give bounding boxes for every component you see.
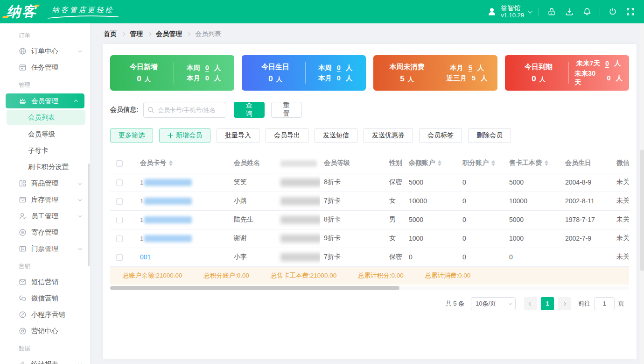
miniprogram-icon bbox=[19, 311, 27, 319]
column-header-card-number[interactable]: 会员卡号 bbox=[129, 153, 215, 173]
sort-icon[interactable] bbox=[169, 160, 173, 166]
stat-value: 0 bbox=[137, 74, 141, 83]
delete-member-button[interactable]: 删除会员 bbox=[468, 128, 511, 143]
stat-link-value[interactable]: 5 bbox=[472, 74, 476, 82]
logo-text: 纳客 bbox=[7, 4, 37, 20]
sidebar-subitem-parent-child-card[interactable]: 子母卡 bbox=[0, 143, 90, 159]
stat-link-value[interactable]: 0 bbox=[205, 64, 209, 71]
sidebar-item-deposit-management[interactable]: 寄 寄存管理 bbox=[0, 224, 90, 241]
sidebar-subitem-member-level[interactable]: 会员等级 bbox=[0, 126, 90, 143]
column-header-member-name: 会员姓名 bbox=[215, 153, 271, 173]
column-header-card-fee[interactable]: 售卡工本费 bbox=[505, 153, 561, 173]
member-balance: 1000 bbox=[405, 229, 459, 248]
member-tags-button[interactable]: 会员标签 bbox=[419, 128, 462, 143]
chevron-down-icon bbox=[508, 301, 512, 305]
sidebar-item-goods-management[interactable]: 商品管理 bbox=[0, 175, 90, 192]
stat-link-value[interactable]: 0 bbox=[605, 60, 609, 67]
row-checkbox[interactable] bbox=[116, 198, 123, 205]
stat-link-value[interactable]: 0 bbox=[337, 64, 341, 71]
table-row: 1 谢谢 9折卡 女 1000 0 1000 2002-7-9 未关注 bbox=[110, 229, 629, 248]
chevron-down-icon bbox=[78, 214, 82, 217]
column-header-wechat: 微信 bbox=[613, 153, 629, 173]
breadcrumb-separator-icon bbox=[121, 32, 125, 36]
stat-link-value[interactable]: 5 bbox=[469, 64, 472, 71]
member-balance: 5000 bbox=[405, 173, 459, 192]
sort-icon[interactable] bbox=[491, 160, 495, 166]
notifications-button[interactable] bbox=[582, 7, 592, 17]
breadcrumb-member-list: 会员列表 bbox=[195, 30, 221, 38]
sidebar-scrollbar[interactable] bbox=[88, 164, 90, 266]
breadcrumb-management[interactable]: 管理 bbox=[130, 30, 143, 38]
sidebar-item-sms-marketing[interactable]: 短信营销 bbox=[0, 274, 90, 290]
column-header-balance[interactable]: 余额账户 bbox=[405, 153, 459, 173]
more-filters-button[interactable]: 更多筛选 bbox=[110, 128, 153, 143]
send-coupon-button[interactable]: 发送优惠券 bbox=[364, 128, 413, 143]
user-icon bbox=[487, 7, 497, 17]
power-icon bbox=[608, 7, 617, 16]
member-birthday: 2002-8-11 bbox=[561, 192, 613, 210]
blurred-card-number bbox=[144, 216, 192, 223]
sidebar-item-member-management[interactable]: 会员管理 bbox=[6, 93, 84, 108]
stat-title: 本周未消费 bbox=[383, 63, 431, 71]
row-checkbox[interactable] bbox=[116, 254, 123, 261]
fullscreen-button[interactable] bbox=[625, 7, 636, 17]
summary-total-card-fee: 总售卡工本费:21000.00 bbox=[271, 271, 336, 280]
member-table: 会员卡号 会员姓名 会员等级 性别 余额账户 积分账户 售卡工 bbox=[110, 153, 629, 267]
batch-import-button[interactable]: 批量导入 bbox=[217, 128, 259, 143]
page-size-select[interactable]: 10条/页 bbox=[471, 297, 516, 310]
row-checkbox[interactable] bbox=[116, 236, 123, 242]
sidebar-item-miniprogram-marketing[interactable]: 小程序营销 bbox=[0, 307, 90, 323]
breadcrumb-member-management[interactable]: 会员管理 bbox=[156, 30, 182, 38]
sidebar-item-staff-management[interactable]: 员工管理 bbox=[0, 208, 90, 224]
table-row: 1 笑笑 8折卡 保密 5000 0 5000 2004-8-9 未关注 bbox=[110, 173, 629, 192]
row-checkbox[interactable] bbox=[116, 179, 123, 186]
sidebar-item-order-center[interactable]: 订单中心 bbox=[0, 43, 90, 59]
sidebar-item-task-management[interactable]: 任务管理 bbox=[0, 59, 90, 76]
page-number-current[interactable]: 1 bbox=[541, 297, 554, 310]
next-page-button[interactable] bbox=[558, 297, 571, 310]
sidebar-item-wechat-marketing[interactable]: 微信营销 bbox=[0, 290, 90, 307]
sort-icon[interactable] bbox=[438, 160, 441, 166]
goto-page-input[interactable] bbox=[594, 297, 615, 310]
fullscreen-icon bbox=[626, 7, 635, 16]
breadcrumb: 首页 管理 会员管理 会员列表 bbox=[91, 23, 644, 44]
sidebar-subitem-member-list[interactable]: 会员列表 bbox=[7, 110, 85, 125]
table-row: 1 小路 7折卡 女 10000 0 10000 2002-8-11 未关注 bbox=[110, 192, 629, 210]
chevron-down-icon bbox=[78, 49, 82, 52]
sidebar-item-marketing-center[interactable]: 营销中心 bbox=[0, 323, 90, 339]
stat-card-new-today: 今日新增 0人 本周0人 本月0人 bbox=[110, 55, 234, 91]
sidebar-section-marketing: 营销 bbox=[0, 257, 90, 274]
prev-page-button[interactable] bbox=[524, 297, 537, 310]
stat-link-value[interactable]: 0 bbox=[337, 74, 341, 82]
stat-card-expire-today: 今日到期 0人 未来7天0人 未来30天0人 bbox=[505, 55, 629, 91]
member-card-link[interactable]: 001 bbox=[140, 253, 151, 261]
stat-link-value[interactable]: 0 bbox=[607, 74, 610, 82]
blurred-phone bbox=[280, 197, 320, 205]
horizontal-scrollbar[interactable] bbox=[110, 286, 399, 290]
member-search-input[interactable] bbox=[143, 102, 226, 118]
lock-button[interactable] bbox=[546, 7, 557, 17]
sidebar-item-inventory-management[interactable]: 库存管理 bbox=[0, 192, 90, 208]
member-gender: 女 bbox=[385, 192, 405, 210]
breadcrumb-home[interactable]: 首页 bbox=[104, 30, 117, 38]
logout-button[interactable] bbox=[608, 7, 618, 17]
sidebar-item-statistics-reports[interactable]: 统计报表 bbox=[0, 356, 90, 364]
add-member-button[interactable]: 新增会员 bbox=[159, 128, 210, 143]
reset-button[interactable]: 重置 bbox=[271, 102, 302, 118]
sidebar-subitem-card-points-settings[interactable]: 刷卡积分设置 bbox=[0, 159, 90, 175]
sidebar-item-ticket-management[interactable]: 门票管理 bbox=[0, 241, 90, 257]
download-button[interactable] bbox=[564, 7, 574, 17]
blurred-card-number bbox=[144, 235, 192, 242]
sort-icon[interactable] bbox=[545, 160, 548, 166]
row-checkbox[interactable] bbox=[116, 217, 123, 223]
user-menu[interactable]: 益智馆 v1.10.29 bbox=[487, 5, 531, 19]
chevron-right-icon bbox=[562, 301, 566, 305]
column-header-points[interactable]: 积分账户 bbox=[459, 153, 505, 173]
form-icon bbox=[19, 64, 27, 72]
stat-link-value[interactable]: 0 bbox=[205, 74, 209, 82]
member-export-button[interactable]: 会员导出 bbox=[266, 128, 308, 143]
page-scrollbar[interactable] bbox=[640, 150, 644, 271]
send-sms-button[interactable]: 发送短信 bbox=[315, 128, 357, 143]
query-button[interactable]: 查询 bbox=[234, 102, 265, 118]
select-all-checkbox[interactable] bbox=[116, 160, 123, 167]
